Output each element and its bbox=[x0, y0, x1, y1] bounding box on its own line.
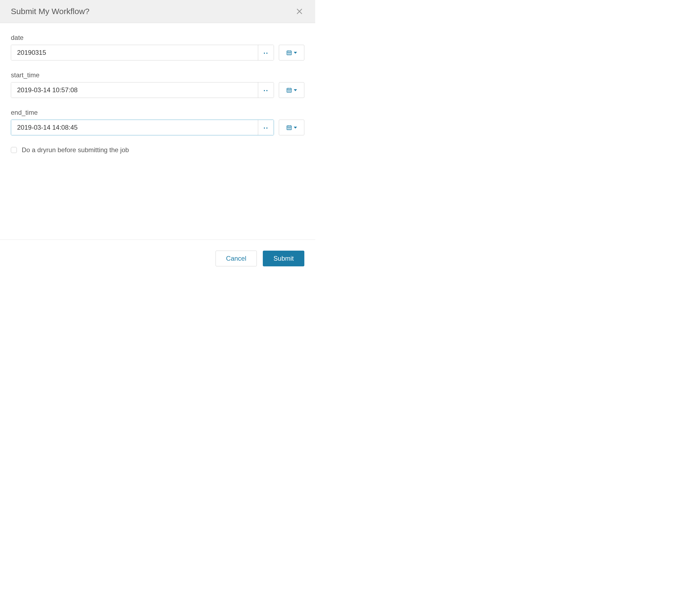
end-time-range-button[interactable]: .. bbox=[258, 120, 274, 135]
dryrun-label[interactable]: Do a dryrun before submitting the job bbox=[22, 146, 129, 154]
svg-rect-8 bbox=[290, 53, 291, 53]
start-time-calendar-button[interactable] bbox=[279, 82, 304, 98]
svg-rect-9 bbox=[288, 54, 289, 54]
end-time-label: end_time bbox=[11, 109, 304, 116]
dryrun-checkbox[interactable] bbox=[11, 147, 17, 153]
date-input[interactable] bbox=[11, 45, 258, 60]
chevron-down-icon bbox=[294, 89, 297, 91]
modal-body: date .. bbox=[0, 23, 315, 240]
svg-rect-20 bbox=[289, 91, 290, 92]
start-time-input[interactable] bbox=[11, 83, 258, 98]
dryrun-row: Do a dryrun before submitting the job bbox=[11, 146, 304, 154]
date-label: date bbox=[11, 34, 304, 42]
date-input-wrap: .. bbox=[11, 45, 274, 60]
field-end-time: end_time .. bbox=[11, 109, 304, 135]
svg-rect-10 bbox=[289, 54, 290, 54]
field-start-time: start_time .. bbox=[11, 71, 304, 98]
submit-button[interactable]: Submit bbox=[263, 250, 304, 266]
modal-footer: Cancel Submit bbox=[0, 240, 315, 277]
svg-rect-19 bbox=[288, 91, 289, 92]
submit-workflow-modal: Submit My Workflow? date .. bbox=[0, 0, 315, 277]
chevron-down-icon bbox=[294, 52, 297, 54]
date-calendar-button[interactable] bbox=[279, 45, 304, 60]
svg-rect-27 bbox=[289, 128, 290, 128]
calendar-icon bbox=[286, 125, 292, 130]
svg-rect-7 bbox=[289, 53, 290, 53]
end-time-calendar-button[interactable] bbox=[279, 120, 304, 135]
cancel-button[interactable]: Cancel bbox=[215, 250, 257, 266]
start-time-label: start_time bbox=[11, 71, 304, 79]
start-time-range-button[interactable]: .. bbox=[258, 83, 274, 98]
svg-rect-21 bbox=[290, 91, 291, 92]
svg-rect-29 bbox=[288, 129, 289, 129]
date-range-button[interactable]: .. bbox=[258, 45, 274, 60]
svg-rect-26 bbox=[288, 128, 289, 128]
start-time-input-wrap: .. bbox=[11, 82, 274, 98]
close-button[interactable] bbox=[295, 6, 304, 16]
chevron-down-icon bbox=[294, 127, 297, 129]
modal-header: Submit My Workflow? bbox=[0, 0, 315, 23]
svg-rect-11 bbox=[290, 54, 291, 54]
svg-rect-18 bbox=[290, 90, 291, 90]
svg-rect-30 bbox=[289, 129, 290, 129]
start-time-input-row: .. bbox=[11, 82, 304, 98]
close-icon bbox=[296, 8, 303, 15]
calendar-icon bbox=[286, 49, 292, 56]
end-time-input-wrap: .. bbox=[11, 120, 274, 135]
modal-title: Submit My Workflow? bbox=[11, 7, 89, 16]
svg-rect-16 bbox=[288, 90, 289, 90]
svg-rect-31 bbox=[290, 129, 291, 129]
end-time-input[interactable] bbox=[11, 120, 258, 135]
svg-rect-6 bbox=[288, 53, 289, 53]
svg-rect-28 bbox=[290, 128, 291, 128]
date-input-row: .. bbox=[11, 45, 304, 60]
end-time-input-row: .. bbox=[11, 120, 304, 135]
svg-rect-17 bbox=[289, 90, 290, 90]
calendar-icon bbox=[286, 87, 292, 93]
field-date: date .. bbox=[11, 34, 304, 60]
